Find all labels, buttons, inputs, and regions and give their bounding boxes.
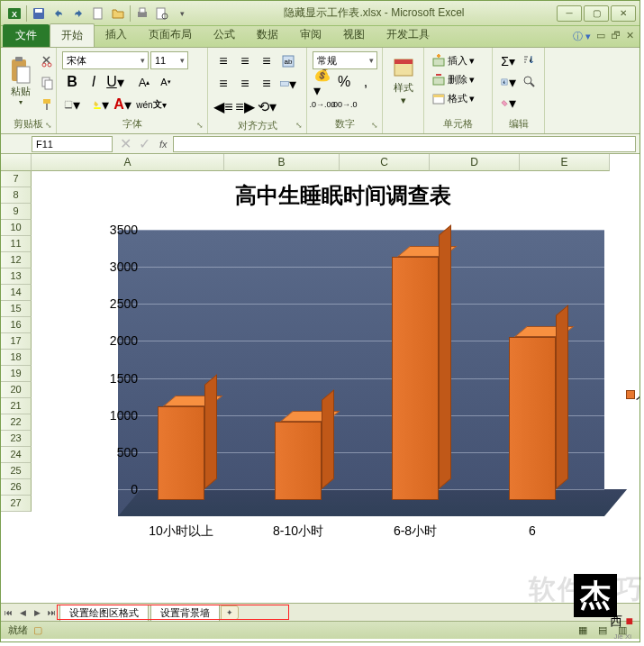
row-header[interactable]: 11 xyxy=(1,236,32,252)
currency-icon[interactable]: 💰▾ xyxy=(313,72,332,92)
dialog-launcher-icon[interactable]: ⤡ xyxy=(369,121,380,132)
border-icon[interactable]: ▾ xyxy=(62,95,82,114)
row-header[interactable]: 17 xyxy=(1,333,32,350)
copy-icon[interactable] xyxy=(38,73,58,93)
increase-decimal-icon[interactable]: .0→.00 xyxy=(313,95,332,114)
align-center-icon[interactable]: ≡ xyxy=(235,74,255,94)
help-icon[interactable]: ⓘ ▾ xyxy=(573,30,591,43)
quick-print-icon[interactable] xyxy=(132,4,152,23)
wrap-text-icon[interactable]: ab xyxy=(278,51,298,71)
last-sheet-icon[interactable]: ⏭ xyxy=(44,605,59,620)
phonetic-icon[interactable]: wén文▾ xyxy=(141,95,161,114)
paste-button[interactable]: 粘贴 ▾ xyxy=(6,51,35,111)
find-icon[interactable] xyxy=(520,72,540,92)
col-header[interactable]: E xyxy=(520,154,610,171)
row-header[interactable]: 27 xyxy=(1,496,32,512)
row-header[interactable]: 25 xyxy=(1,463,32,479)
chart-bar[interactable] xyxy=(392,246,439,500)
align-right-icon[interactable]: ≡ xyxy=(257,74,277,94)
file-tab[interactable]: 文件 xyxy=(3,24,50,47)
fill-color-icon[interactable]: ▾ xyxy=(91,95,111,114)
row-header[interactable]: 22 xyxy=(1,414,32,431)
select-all-corner[interactable] xyxy=(1,154,32,171)
minimize-button[interactable]: ─ xyxy=(557,5,582,22)
underline-icon[interactable]: U▾ xyxy=(105,72,125,92)
cut-icon[interactable] xyxy=(38,51,58,71)
tab-插入[interactable]: 插入 xyxy=(95,23,138,47)
grow-font-icon[interactable]: A▴ xyxy=(134,72,154,92)
tab-开始[interactable]: 开始 xyxy=(50,23,95,47)
tab-视图[interactable]: 视图 xyxy=(332,23,376,47)
delete-cells-button[interactable]: 删除▾ xyxy=(430,70,476,88)
fill-icon[interactable]: ▾ xyxy=(498,72,518,92)
name-box[interactable]: F11 xyxy=(32,136,113,152)
merge-icon[interactable]: ▾ xyxy=(278,74,298,94)
row-header[interactable]: 16 xyxy=(1,317,32,333)
first-sheet-icon[interactable]: ⏮ xyxy=(1,605,15,620)
row-header[interactable]: 9 xyxy=(1,204,32,220)
row-header[interactable]: 8 xyxy=(1,187,32,204)
new-icon[interactable] xyxy=(88,4,108,23)
tab-页面布局[interactable]: 页面布局 xyxy=(138,23,203,47)
align-middle-icon[interactable]: ≡ xyxy=(235,51,255,71)
row-header[interactable]: 12 xyxy=(1,252,32,268)
row-header[interactable]: 24 xyxy=(1,447,32,463)
increase-indent-icon[interactable]: ≡▶ xyxy=(235,96,255,116)
next-sheet-icon[interactable]: ▶ xyxy=(30,605,44,620)
open-icon[interactable] xyxy=(108,4,128,23)
maximize-button[interactable]: ▢ xyxy=(584,5,609,22)
row-header[interactable]: 15 xyxy=(1,301,32,317)
dialog-launcher-icon[interactable]: ⤡ xyxy=(43,121,54,132)
dialog-launcher-icon[interactable]: ⤡ xyxy=(294,121,304,132)
save-icon[interactable] xyxy=(29,4,49,23)
decrease-decimal-icon[interactable]: .00→.0 xyxy=(334,95,354,114)
close-button[interactable]: ✕ xyxy=(611,5,636,22)
new-sheet-icon[interactable]: ✦ xyxy=(221,605,239,620)
row-header[interactable]: 23 xyxy=(1,431,32,447)
restore-window-icon[interactable]: 🗗 xyxy=(611,30,621,43)
percent-icon[interactable]: % xyxy=(334,72,354,92)
font-color-icon[interactable]: A▾ xyxy=(113,95,132,114)
format-cells-button[interactable]: 格式▾ xyxy=(430,89,476,107)
row-header[interactable]: 20 xyxy=(1,382,32,398)
print-preview-icon[interactable] xyxy=(152,4,172,23)
chart-bar[interactable] xyxy=(275,411,322,500)
redo-icon[interactable] xyxy=(68,4,88,23)
row-header[interactable]: 21 xyxy=(1,398,32,414)
sheet-tab[interactable]: 设置背景墙 xyxy=(150,605,220,621)
chart-bar[interactable] xyxy=(158,396,204,500)
decrease-indent-icon[interactable]: ◀≡ xyxy=(213,96,233,116)
comma-icon[interactable]: , xyxy=(356,72,376,92)
align-top-icon[interactable]: ≡ xyxy=(213,51,233,71)
fx-icon[interactable]: fx xyxy=(159,139,168,150)
orientation-icon[interactable]: ⟲▾ xyxy=(257,96,277,116)
close-workbook-icon[interactable]: ✕ xyxy=(626,30,634,43)
prev-sheet-icon[interactable]: ◀ xyxy=(15,605,30,620)
row-header[interactable]: 10 xyxy=(1,220,32,236)
bold-icon[interactable]: B xyxy=(62,72,82,92)
tab-审阅[interactable]: 审阅 xyxy=(289,23,332,47)
italic-icon[interactable]: I xyxy=(84,72,104,92)
align-bottom-icon[interactable]: ≡ xyxy=(257,51,277,71)
formula-input[interactable] xyxy=(173,136,636,152)
macro-record-icon[interactable]: ▢ xyxy=(33,624,42,636)
number-format-combo[interactable]: 常规 xyxy=(313,51,377,69)
row-header[interactable]: 18 xyxy=(1,350,32,366)
sheet-tab[interactable]: 设置绘图区格式 xyxy=(59,605,149,621)
col-header[interactable]: D xyxy=(430,154,520,171)
insert-cells-button[interactable]: 插入▾ xyxy=(430,51,476,69)
sort-filter-icon[interactable] xyxy=(520,51,540,71)
col-header[interactable]: C xyxy=(340,154,430,171)
embedded-chart[interactable]: 高中生睡眠时间调查表 0500100015002000250030003500 … xyxy=(55,176,631,570)
align-left-icon[interactable]: ≡ xyxy=(213,74,233,94)
row-header[interactable]: 13 xyxy=(1,268,32,285)
format-painter-icon[interactable] xyxy=(38,95,58,114)
row-header[interactable]: 26 xyxy=(1,479,32,496)
excel-icon[interactable]: X xyxy=(5,4,24,23)
shrink-font-icon[interactable]: A▾ xyxy=(156,72,176,92)
autosum-icon[interactable]: Σ▾ xyxy=(498,51,518,71)
row-header[interactable]: 7 xyxy=(1,171,32,187)
col-header[interactable]: B xyxy=(224,154,340,171)
undo-icon[interactable] xyxy=(49,4,68,23)
tab-数据[interactable]: 数据 xyxy=(246,23,289,47)
